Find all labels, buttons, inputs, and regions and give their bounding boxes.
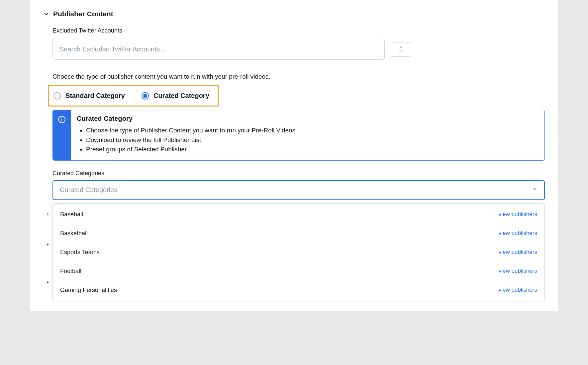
dropdown-item-esports-teams[interactable]: Esports Teams view publishers bbox=[53, 243, 544, 262]
curated-categories-label: Curated Categories bbox=[52, 170, 545, 177]
caret-right-icon bbox=[46, 280, 50, 285]
info-card: Curated Category Choose the type of Publ… bbox=[52, 110, 545, 161]
info-bullets: Choose the type of Publisher Content you… bbox=[77, 126, 538, 154]
divider bbox=[121, 14, 545, 14]
dropdown-item-baseball[interactable]: Baseball view publishers bbox=[53, 205, 544, 224]
upload-button[interactable] bbox=[391, 42, 411, 57]
upload-icon bbox=[398, 45, 404, 53]
section-header[interactable]: Publisher Content bbox=[43, 10, 545, 18]
info-title: Curated Category bbox=[77, 115, 538, 122]
dropdown-item-gaming-personalities[interactable]: Gaming Personalities view publishers bbox=[53, 281, 544, 300]
info-icon bbox=[58, 115, 66, 160]
curated-categories-field[interactable] bbox=[52, 180, 545, 200]
curated-categories-combobox: Baseball view publishers Basketball view… bbox=[52, 180, 545, 301]
radio-icon bbox=[53, 92, 61, 100]
chevron-up-icon bbox=[532, 186, 538, 193]
svg-rect-1 bbox=[61, 119, 62, 121]
excluded-accounts-label: Excluded Twitter Accounts bbox=[52, 27, 545, 34]
info-bullet: Download to review the full Publisher Li… bbox=[86, 135, 538, 145]
view-publishers-link[interactable]: view publishers bbox=[499, 249, 537, 256]
section-title: Publisher Content bbox=[53, 10, 113, 18]
view-publishers-link[interactable]: view publishers bbox=[499, 230, 537, 237]
chevron-down-icon bbox=[43, 11, 49, 17]
curated-categories-dropdown: Baseball view publishers Basketball view… bbox=[52, 203, 545, 301]
dropdown-item-football[interactable]: Football view publishers bbox=[53, 262, 544, 281]
info-icon-strip bbox=[53, 110, 71, 160]
view-publishers-link[interactable]: view publishers bbox=[499, 268, 537, 274]
info-bullet: Preset groups of Selected Publisher bbox=[86, 145, 538, 154]
dropdown-item-basketball[interactable]: Basketball view publishers bbox=[53, 224, 544, 243]
radio-curated-label: Curated Category bbox=[153, 92, 209, 100]
dropdown-item-label: Football bbox=[60, 268, 81, 275]
publisher-content-panel: Publisher Content Excluded Twitter Accou… bbox=[30, 0, 558, 311]
view-publishers-link[interactable]: view publishers bbox=[499, 287, 537, 293]
radio-selected-icon bbox=[142, 92, 149, 100]
dropdown-item-label: Basketball bbox=[60, 230, 88, 237]
radio-standard-label: Standard Category bbox=[65, 92, 125, 100]
excluded-accounts-input[interactable] bbox=[52, 39, 385, 60]
curated-categories-input[interactable] bbox=[60, 186, 532, 194]
choose-description: Choose the type of publisher content you… bbox=[52, 73, 545, 80]
caret-right-icon bbox=[46, 242, 50, 247]
dropdown-item-label: Baseball bbox=[60, 211, 83, 218]
radio-standard-category[interactable]: Standard Category bbox=[53, 92, 125, 100]
view-publishers-link[interactable]: view publishers bbox=[499, 211, 537, 218]
chevron-right-icon bbox=[46, 212, 50, 216]
category-radio-group: Standard Category Curated Category bbox=[48, 85, 219, 107]
radio-curated-category[interactable]: Curated Category bbox=[142, 92, 209, 100]
dropdown-item-label: Gaming Personalities bbox=[60, 287, 117, 294]
svg-point-2 bbox=[61, 117, 62, 118]
info-bullet: Choose the type of Publisher Content you… bbox=[86, 126, 538, 135]
dropdown-item-label: Esports Teams bbox=[60, 249, 100, 256]
